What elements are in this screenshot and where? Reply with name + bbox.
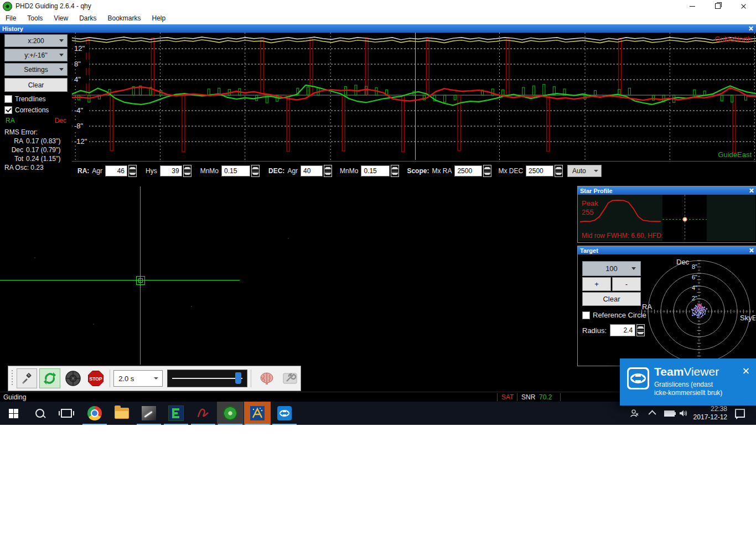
- running-indicator: [164, 424, 188, 425]
- ra-minmove-stepper[interactable]: [251, 165, 260, 177]
- rms-ra-value: 0.17 (0.83''): [26, 137, 61, 145]
- close-button[interactable]: [731, 0, 756, 12]
- max-dec-input[interactable]: 2500: [526, 165, 553, 176]
- guide-button[interactable]: [63, 368, 84, 388]
- status-sat: SAT: [501, 393, 514, 401]
- x-scale-value: x:200: [28, 37, 44, 45]
- slider-handle[interactable]: [235, 372, 241, 384]
- taskbar-file-explorer[interactable]: [108, 402, 135, 425]
- svg-text:-4": -4": [74, 106, 84, 115]
- max-ra-input[interactable]: 2500: [454, 165, 482, 176]
- menu-tools[interactable]: Tools: [22, 13, 48, 24]
- zoom-out-button[interactable]: -: [612, 277, 641, 291]
- zoom-in-button[interactable]: +: [582, 277, 611, 291]
- menu-darks[interactable]: Darks: [74, 13, 102, 24]
- dec-mode-select[interactable]: Auto: [567, 165, 602, 177]
- dec-minmove-input[interactable]: 0.15: [361, 165, 390, 176]
- brain-settings-button[interactable]: [257, 368, 278, 388]
- taskbar-eqmod[interactable]: [163, 402, 189, 425]
- astro-logo-icon: [196, 406, 210, 420]
- guide-star-dot: [682, 217, 687, 222]
- dec-mnmo-label: MnMo: [340, 167, 358, 175]
- radius-input[interactable]: 2.4: [610, 324, 635, 336]
- menu-bookmarks[interactable]: Bookmarks: [102, 13, 147, 24]
- star-profile-close-icon[interactable]: [749, 188, 754, 193]
- taskbar-chrome[interactable]: [81, 402, 108, 425]
- menu-bar: File Tools View Darks Bookmarks Help: [0, 12, 756, 25]
- loop-exposures-button[interactable]: [39, 368, 60, 388]
- target-header[interactable]: Target: [578, 246, 756, 254]
- screen: PHD2 Guiding 2.6.4 - qhy File Tools View…: [0, 0, 756, 551]
- target-clear-button[interactable]: Clear: [582, 292, 641, 306]
- chevron-down-icon: [59, 39, 64, 42]
- clear-button[interactable]: Clear: [4, 78, 68, 92]
- brand-bold: Team: [654, 365, 683, 378]
- stop-button[interactable]: STOP: [86, 368, 107, 388]
- snr-label: SNR: [521, 393, 535, 401]
- svg-text:4": 4": [692, 284, 697, 291]
- max-dec-stepper[interactable]: [555, 165, 563, 177]
- max-ra-stepper[interactable]: [483, 165, 491, 177]
- settings-dropdown[interactable]: Settings: [4, 63, 68, 76]
- taskbar-phd2-active[interactable]: [217, 402, 244, 425]
- ra-aggression-input[interactable]: 46: [105, 165, 127, 176]
- reference-circle-row: Reference Circle: [582, 311, 646, 319]
- target-zoom-dropdown[interactable]: 100: [582, 261, 641, 276]
- dec-aggression-stepper[interactable]: [324, 165, 332, 177]
- taskbar-skychart-attention[interactable]: [244, 402, 271, 425]
- hysteresis-stepper[interactable]: [183, 165, 191, 177]
- star-profile-header[interactable]: Star Profile: [578, 186, 756, 195]
- taskbar-astroapp[interactable]: [190, 402, 216, 425]
- fwhm-text: Mid row FWHM: 6.60, HFD:: [582, 232, 663, 240]
- svg-text:SkyE: SkyE: [740, 314, 755, 322]
- trendlines-checkbox[interactable]: [4, 95, 12, 103]
- rms-dec-value: 0.17 (0.79''): [26, 145, 61, 154]
- dec-minmove-stepper[interactable]: [391, 165, 399, 177]
- taskbar-photos[interactable]: [136, 402, 162, 425]
- toolbar-grip[interactable]: [10, 370, 14, 387]
- zoom-out-label: -: [625, 280, 628, 288]
- history-close-icon[interactable]: [748, 26, 753, 31]
- user-icon: [630, 409, 639, 418]
- svg-text:STOP: STOP: [90, 376, 102, 382]
- toolbar-separator: [110, 370, 110, 387]
- x-scale-dropdown[interactable]: x:200: [4, 34, 68, 47]
- teamviewer-close-icon[interactable]: [743, 367, 749, 374]
- ra-minmove-input[interactable]: 0.15: [221, 165, 250, 176]
- camera-settings-button[interactable]: [279, 368, 301, 388]
- target-close-icon[interactable]: [749, 248, 754, 253]
- hysteresis-input[interactable]: 39: [160, 165, 182, 176]
- restore-button[interactable]: [705, 0, 731, 12]
- snr-value: 70.2: [539, 393, 552, 401]
- taskbar-teamviewer[interactable]: [271, 402, 298, 425]
- y-scale-dropdown[interactable]: y:+/-16'': [4, 49, 68, 61]
- connect-equipment-button[interactable]: [17, 368, 38, 388]
- svg-text:2": 2": [692, 295, 697, 302]
- windows-logo-icon: [9, 409, 18, 418]
- ra-aggression-stepper[interactable]: [128, 165, 137, 177]
- menu-file[interactable]: File: [0, 13, 22, 24]
- phd2-icon: [223, 406, 237, 420]
- loop-arrows-icon: [43, 371, 57, 386]
- phd2-app-icon: [3, 2, 12, 11]
- corrections-checkbox[interactable]: [4, 106, 12, 114]
- start-button[interactable]: [0, 402, 27, 425]
- dec-aggression-input[interactable]: 40: [301, 165, 323, 176]
- running-indicator: [82, 424, 107, 425]
- status-separator: [517, 393, 517, 401]
- exposure-select[interactable]: 2.0 s: [113, 370, 163, 387]
- faint-star: [34, 257, 35, 258]
- chevron-down-icon: [631, 267, 636, 270]
- clock-date: 2017-12-12: [693, 413, 727, 422]
- chevron-down-icon: [594, 170, 598, 172]
- chrome-icon: [87, 406, 102, 420]
- minimize-button[interactable]: [680, 0, 705, 12]
- menu-help[interactable]: Help: [147, 13, 172, 24]
- reference-circle-checkbox[interactable]: [582, 311, 590, 319]
- task-view-button[interactable]: [53, 402, 80, 425]
- search-button[interactable]: [27, 402, 53, 425]
- radius-stepper[interactable]: [636, 324, 645, 336]
- menu-view[interactable]: View: [48, 13, 74, 24]
- gamma-slider[interactable]: [167, 370, 247, 387]
- history-pane-header[interactable]: History: [0, 24, 756, 33]
